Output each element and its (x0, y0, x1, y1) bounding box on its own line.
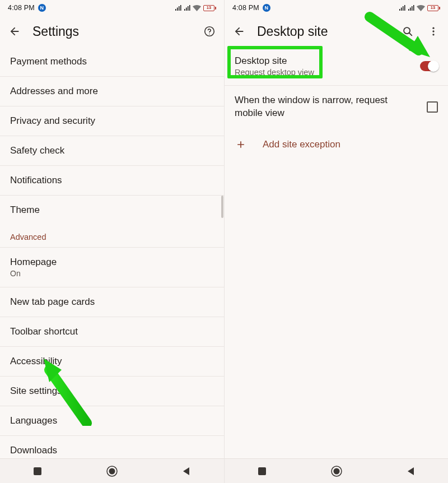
system-nav-bar (0, 458, 224, 483)
section-advanced: Advanced (0, 225, 224, 247)
back-icon[interactable] (231, 24, 247, 39)
row-label: Desktop site (235, 55, 411, 67)
row-label: Payment methods (10, 56, 87, 67)
wifi-icon (193, 5, 201, 11)
appbar-desktop-site: Desktop site (225, 16, 448, 47)
row-accessibility[interactable]: Accessibility (0, 347, 224, 377)
row-narrow-window-checkbox[interactable]: When the window is narrow, request mobil… (225, 86, 448, 128)
row-label: When the window is narrow, request mobil… (235, 94, 418, 120)
row-add-site-exception[interactable]: Add site exception (225, 128, 448, 161)
row-site-settings[interactable]: Site settings (0, 377, 224, 406)
battery-icon: 13 (203, 5, 216, 11)
back-button-nav[interactable] (400, 460, 422, 482)
row-label: Languages (10, 415, 57, 426)
recents-button[interactable] (26, 460, 49, 482)
home-button[interactable] (325, 460, 348, 482)
status-bar: 4:08 PM N 13 (0, 0, 224, 16)
svg-point-5 (432, 27, 434, 29)
svg-point-10 (333, 468, 339, 474)
status-time: 4:08 PM (8, 4, 35, 12)
signal-icon-2 (184, 5, 190, 11)
row-label: Accessibility (10, 356, 62, 366)
scrollbar-thumb[interactable] (221, 196, 223, 218)
row-homepage[interactable]: Homepage On (0, 247, 224, 287)
help-icon[interactable] (202, 24, 217, 39)
status-bar: 4:08 PM N 13 (225, 0, 448, 16)
toggle-switch[interactable] (420, 61, 438, 71)
back-button-nav[interactable] (175, 460, 198, 482)
settings-screen: 4:08 PM N 13 Settings (0, 0, 224, 483)
page-title: Settings (32, 24, 192, 39)
appbar-settings: Settings (0, 16, 224, 47)
wifi-icon (417, 5, 425, 11)
home-button[interactable] (101, 460, 123, 482)
row-notifications[interactable]: Notifications (0, 166, 224, 196)
row-new-tab-cards[interactable]: New tab page cards (0, 287, 224, 317)
row-label: Addresses and more (10, 86, 98, 96)
desktop-site-screen: 4:08 PM N 13 Desktop site (224, 0, 448, 483)
svg-rect-8 (258, 467, 266, 475)
svg-rect-1 (34, 467, 41, 475)
plus-icon (235, 138, 247, 151)
signal-icon-2 (408, 5, 414, 11)
recents-button[interactable] (251, 460, 273, 482)
row-sublabel: Request desktop view (235, 68, 411, 77)
row-safety-check[interactable]: Safety check (0, 136, 224, 166)
battery-icon: 13 (427, 5, 440, 11)
row-label: New tab page cards (10, 296, 95, 307)
svg-point-3 (109, 468, 115, 474)
row-payment-methods[interactable]: Payment methods (0, 47, 224, 77)
row-label: Homepage (10, 257, 214, 268)
row-label: Privacy and security (10, 115, 95, 126)
row-label: Toolbar shortcut (10, 326, 78, 337)
row-label: Downloads (10, 445, 57, 456)
page-title: Desktop site (257, 24, 390, 39)
row-label: Theme (10, 205, 40, 215)
svg-point-6 (432, 30, 434, 32)
back-icon[interactable] (7, 24, 22, 39)
row-theme[interactable]: Theme (0, 196, 224, 225)
notification-badge-icon: N (38, 4, 46, 12)
notification-badge-icon: N (263, 4, 270, 12)
checkbox[interactable] (427, 101, 438, 113)
more-vert-icon[interactable] (426, 24, 441, 39)
settings-list: Payment methods Addresses and more Priva… (0, 47, 224, 483)
row-label: Safety check (10, 145, 64, 156)
signal-icon (175, 5, 181, 11)
row-label: Add site exception (263, 139, 340, 150)
row-label: Site settings (10, 386, 62, 396)
row-label: Notifications (10, 175, 62, 185)
search-icon[interactable] (400, 24, 416, 39)
row-privacy-security[interactable]: Privacy and security (0, 106, 224, 136)
row-toolbar-shortcut[interactable]: Toolbar shortcut (0, 317, 224, 347)
row-languages[interactable]: Languages (0, 406, 224, 436)
svg-point-7 (432, 34, 434, 35)
system-nav-bar (225, 458, 448, 483)
row-desktop-site-toggle[interactable]: Desktop site Request desktop view (225, 47, 448, 85)
row-addresses[interactable]: Addresses and more (0, 77, 224, 106)
row-sublabel: On (10, 269, 214, 278)
status-time: 4:08 PM (232, 4, 259, 12)
signal-icon (399, 5, 405, 11)
